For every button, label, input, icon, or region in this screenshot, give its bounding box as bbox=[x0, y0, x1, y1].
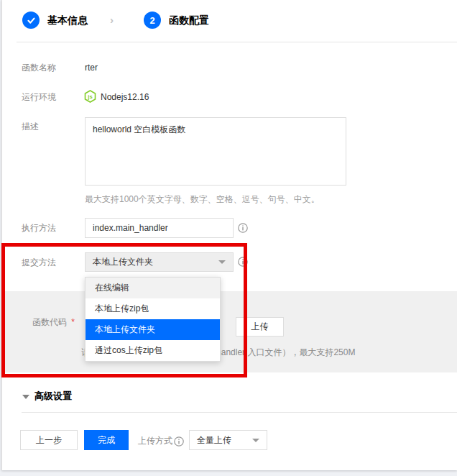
function-code-label: 函数代码 * bbox=[32, 317, 75, 327]
step-chevron-icon: › bbox=[110, 12, 114, 29]
nodejs-icon: js bbox=[84, 90, 96, 103]
runtime-label: 运行环境 bbox=[22, 92, 56, 102]
previous-step-button[interactable]: 上一步 bbox=[20, 430, 78, 450]
footer-divider bbox=[22, 412, 457, 413]
description-label: 描述 bbox=[22, 122, 39, 132]
dropdown-option-local-folder[interactable]: 本地上传文件夹 bbox=[86, 319, 220, 340]
dropdown-option-online-edit[interactable]: 在线编辑 bbox=[86, 278, 220, 298]
upload-mode-label-text: 上传方式 bbox=[138, 436, 172, 446]
finish-button[interactable]: 完成 bbox=[84, 430, 129, 450]
required-asterisk: * bbox=[71, 317, 75, 327]
function-name-value: rter bbox=[85, 63, 98, 73]
dropdown-option-local-zip[interactable]: 本地上传zip包 bbox=[86, 298, 220, 319]
upload-mode-label: 上传方式 bbox=[138, 436, 184, 447]
runtime-value: Nodejs12.16 bbox=[101, 92, 149, 102]
upload-mode-info-icon[interactable] bbox=[174, 436, 184, 447]
step2-label: 函数配置 bbox=[169, 12, 209, 29]
triangle-down-icon bbox=[22, 395, 29, 399]
description-textarea[interactable]: helloworld 空白模板函数 bbox=[85, 117, 346, 186]
chevron-down-icon bbox=[252, 439, 259, 442]
submit-method-select[interactable]: 本地上传文件夹 bbox=[85, 252, 234, 272]
upload-mode-value: 全量上传 bbox=[197, 434, 231, 447]
function-code-label-text: 函数代码 bbox=[32, 317, 67, 327]
upload-mode-select[interactable]: 全量上传 bbox=[189, 430, 267, 450]
submit-method-label: 提交方法 bbox=[22, 257, 56, 267]
step1-done-icon bbox=[22, 12, 40, 29]
function-config-page: 基本信息 › 2 函数配置 函数名称 rter 运行环境 js Nodejs12… bbox=[0, 0, 457, 476]
handler-input[interactable] bbox=[85, 218, 234, 238]
handler-info-icon[interactable] bbox=[238, 223, 248, 233]
svg-text:js: js bbox=[87, 93, 92, 100]
function-name-label: 函数名称 bbox=[22, 63, 56, 73]
submit-method-info-icon[interactable] bbox=[238, 257, 248, 267]
upload-button[interactable]: 上传 bbox=[236, 317, 284, 337]
handler-label: 执行方法 bbox=[22, 223, 56, 233]
advanced-settings-label: 高级设置 bbox=[34, 390, 72, 401]
check-icon bbox=[27, 16, 36, 25]
advanced-settings-toggle[interactable]: 高级设置 bbox=[22, 389, 72, 403]
description-hint: 最大支持1000个英文字母、数字、空格、逗号、句号、中文。 bbox=[85, 193, 320, 206]
submit-method-dropdown-menu: 在线编辑 本地上传zip包 本地上传文件夹 通过cos上传zip包 bbox=[85, 277, 221, 362]
step2-number-badge: 2 bbox=[144, 12, 161, 29]
step1-label[interactable]: 基本信息 bbox=[47, 12, 88, 29]
submit-method-value: 本地上传文件夹 bbox=[93, 256, 153, 268]
chevron-down-icon bbox=[218, 260, 226, 264]
header-divider bbox=[17, 42, 457, 42]
dropdown-option-cos-zip[interactable]: 通过cos上传zip包 bbox=[86, 340, 220, 361]
function-code-section bbox=[2, 291, 457, 372]
